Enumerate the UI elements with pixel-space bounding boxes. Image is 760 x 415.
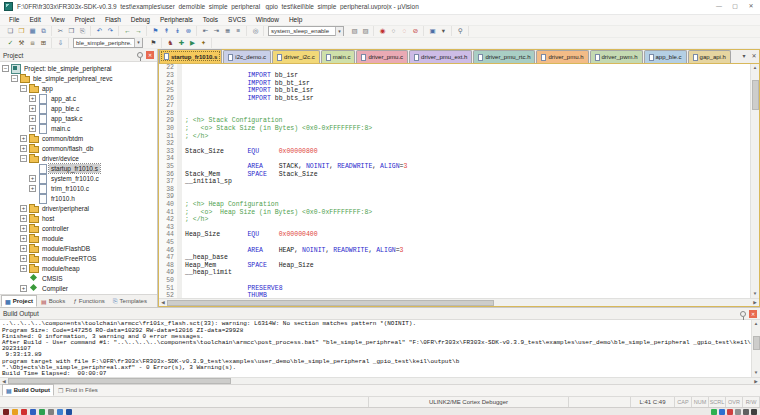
build-output-log[interactable]: ..\..\..\..\components\toolchain\armcc\f… xyxy=(0,320,751,377)
scroll-up-icon[interactable]: ▲ xyxy=(752,320,760,328)
editor-horizontal-scrollbar[interactable]: ◀ ▶ xyxy=(159,298,759,306)
breakpoint-margin[interactable] xyxy=(177,171,182,179)
chevron-down-icon[interactable]: ▾ xyxy=(134,38,142,47)
tree-expander-icon[interactable] xyxy=(20,145,27,152)
breakpoint-margin[interactable] xyxy=(177,117,182,125)
tree-item[interactable]: system_fr1010.c xyxy=(0,173,157,183)
manage-rte-icon[interactable]: ✚ xyxy=(176,38,187,48)
breakpoint-margin[interactable] xyxy=(177,262,182,270)
tree-item[interactable]: Project: ble_simple_peripheral xyxy=(0,63,157,73)
tree-item[interactable]: main.c xyxy=(0,123,157,133)
taskbar-app-icon[interactable] xyxy=(12,409,18,415)
rebuild-icon[interactable]: ⧈ xyxy=(27,38,38,48)
target-options-icon[interactable]: ⚑ xyxy=(148,38,159,48)
maximize-button[interactable]: ▢ xyxy=(728,1,742,12)
scroll-right-icon[interactable]: ▶ xyxy=(752,379,760,384)
breakpoint-margin[interactable] xyxy=(177,140,182,148)
tree-expander-icon[interactable] xyxy=(20,245,27,252)
tree-item[interactable]: driver/peripheral xyxy=(0,203,157,213)
cut-icon[interactable]: ✂ xyxy=(55,26,66,36)
redo-icon[interactable]: ↷ xyxy=(105,26,116,36)
find-next-icon[interactable]: ▧ xyxy=(349,26,360,36)
open-file-icon[interactable]: ❒ xyxy=(16,26,27,36)
tree-item[interactable]: common/flash_db xyxy=(0,143,157,153)
tree-item[interactable]: fr1010.h xyxy=(0,193,157,203)
document-tab[interactable]: app_ble.c xyxy=(644,50,687,63)
breakpoint-kill-icon[interactable]: ⊘ xyxy=(410,26,421,36)
menu-item[interactable]: Edit xyxy=(24,14,45,25)
scroll-left-icon[interactable]: ◀ xyxy=(159,300,167,305)
tray-icon[interactable] xyxy=(735,409,741,415)
document-tab[interactable]: driver_pwm.h xyxy=(590,50,643,63)
indent-left-icon[interactable]: ⇤ xyxy=(200,26,211,36)
tree-expander-icon[interactable] xyxy=(20,265,27,272)
bookmark-next-icon[interactable]: ↡ xyxy=(172,26,183,36)
uncomment-icon[interactable]: ≡ xyxy=(233,26,244,36)
document-tab[interactable]: driver_pmu.c xyxy=(356,50,408,63)
close-button[interactable]: ✕ xyxy=(744,1,758,12)
scrollbar-thumb[interactable] xyxy=(8,378,231,384)
editor-vertical-scrollbar[interactable]: ▲ ▼ xyxy=(750,64,759,298)
breakpoint-margin[interactable] xyxy=(177,239,182,247)
batch-build-icon[interactable]: ⊞ xyxy=(38,38,49,48)
tree-expander-icon[interactable] xyxy=(20,85,27,92)
project-panel-close-icon[interactable]: ✕ xyxy=(146,51,154,59)
tree-item[interactable]: ble_simple_periphreal_revc xyxy=(0,73,157,83)
pin-icon[interactable] xyxy=(740,311,746,317)
undo-icon[interactable]: ↶ xyxy=(94,26,105,36)
breakpoint-margin[interactable] xyxy=(177,125,182,133)
menu-item[interactable]: Flash xyxy=(100,14,126,25)
tree-expander-icon[interactable] xyxy=(20,205,27,212)
tree-item[interactable]: driver/device xyxy=(0,153,157,163)
tray-icon[interactable] xyxy=(727,409,733,415)
tab-list-dropdown-icon[interactable]: ▾ xyxy=(739,50,749,63)
breakpoint-margin[interactable] xyxy=(177,80,182,88)
panel-tab[interactable]: ⎘ Templates xyxy=(109,295,151,307)
breakpoint-margin[interactable] xyxy=(177,148,182,156)
tree-expander-icon[interactable] xyxy=(20,285,27,292)
breakpoint-margin[interactable] xyxy=(177,133,182,141)
breakpoint-margin[interactable] xyxy=(177,209,182,217)
tree-expander-icon[interactable] xyxy=(20,155,27,162)
comment-icon[interactable]: ≣ xyxy=(222,26,233,36)
scroll-right-icon[interactable]: ▶ xyxy=(751,300,759,305)
taskbar-app-icon[interactable] xyxy=(48,409,54,415)
build-output-horizontal-scrollbar[interactable]: ◀ ▶ xyxy=(0,377,760,384)
tree-expander-icon[interactable] xyxy=(20,255,27,262)
breakpoint-enable-icon[interactable]: ○ xyxy=(388,26,399,36)
panel-tab[interactable]: ƒ Functions xyxy=(69,295,108,307)
tree-item[interactable]: app_ble.c xyxy=(0,103,157,113)
taskbar-app-icon[interactable] xyxy=(21,409,27,415)
breakpoint-margin[interactable] xyxy=(177,110,182,118)
tree-expander-icon[interactable] xyxy=(20,235,27,242)
output-tab[interactable]: ❒ Find in Files xyxy=(54,384,102,396)
tab-close-icon[interactable]: ✕ xyxy=(749,50,759,63)
scrollbar-thumb[interactable] xyxy=(753,336,760,350)
breakpoint-margin[interactable] xyxy=(177,216,182,224)
tree-item[interactable]: common/btdm xyxy=(0,133,157,143)
tree-expander-icon[interactable] xyxy=(29,125,36,132)
breakpoint-margin[interactable] xyxy=(177,155,182,163)
breakpoint-icon[interactable]: ◉ xyxy=(377,26,388,36)
layout-dropdown-icon[interactable]: ▾ xyxy=(438,26,449,36)
new-file-icon[interactable]: ❏ xyxy=(5,26,16,36)
breakpoint-margin[interactable] xyxy=(177,277,182,285)
menu-item[interactable]: Debug xyxy=(126,14,155,25)
menu-item[interactable]: View xyxy=(46,14,70,25)
tray-icon[interactable] xyxy=(743,409,749,415)
tree-expander-icon[interactable] xyxy=(2,65,9,72)
taskbar-app-icon[interactable] xyxy=(39,409,45,415)
pack-installer-icon[interactable]: ✦ xyxy=(198,38,209,48)
build-icon[interactable]: ⚒ xyxy=(16,38,27,48)
bookmark-clear-icon[interactable]: ⊗ xyxy=(183,26,194,36)
tree-item[interactable]: module xyxy=(0,233,157,243)
breakpoint-disable-icon[interactable]: ◌ xyxy=(399,26,410,36)
breakpoint-margin[interactable] xyxy=(177,186,182,194)
scroll-down-icon[interactable]: ▼ xyxy=(751,290,760,298)
panel-tab[interactable]: ▤ Books xyxy=(37,295,69,307)
menu-item[interactable]: SVCS xyxy=(223,14,251,25)
breakpoint-margin[interactable] xyxy=(177,292,182,298)
indent-right-icon[interactable]: ⇥ xyxy=(211,26,222,36)
tree-expander-icon[interactable] xyxy=(20,215,27,222)
scroll-left-icon[interactable]: ◀ xyxy=(0,379,8,384)
